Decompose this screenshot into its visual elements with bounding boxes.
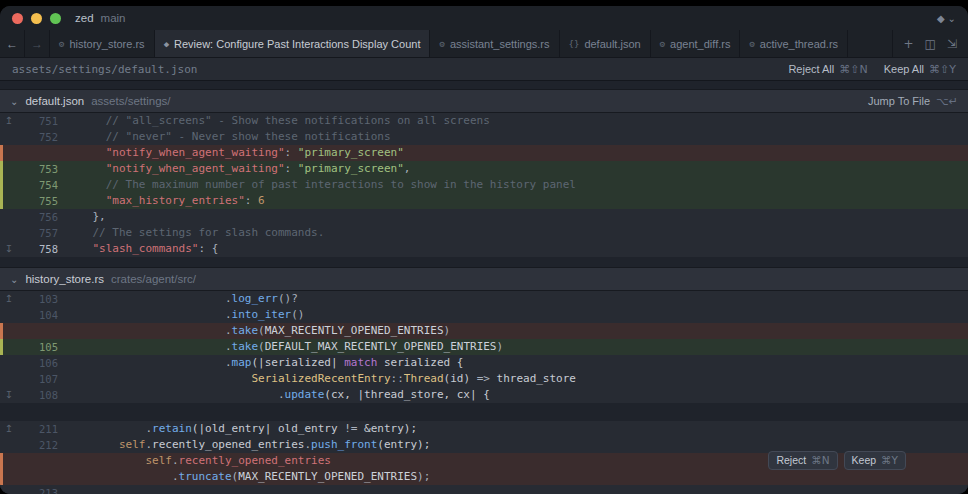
new-tab-icon[interactable]: + <box>904 37 914 51</box>
line-gutter: ↥751 <box>0 113 58 129</box>
rust-file-icon: ⚙ <box>439 39 444 49</box>
diff-strip <box>0 371 3 387</box>
line-gutter: ↧108 <box>0 387 58 403</box>
code-line: 104 .into_iter() <box>0 307 968 323</box>
diff-strip <box>0 437 3 453</box>
chevron-down-icon: ⌄ <box>948 13 956 24</box>
line-number: 754 <box>18 177 58 193</box>
diff-strip <box>0 161 3 177</box>
diff-strip <box>0 453 3 469</box>
diff-strip <box>0 209 3 225</box>
code-text: self.recently_opened_entries <box>58 453 331 469</box>
code-line: "notify_when_agent_waiting": "primary_sc… <box>0 145 968 161</box>
editor-tab[interactable]: ◆Review: Configure Past Interactions Dis… <box>155 30 431 57</box>
code-line: 756 }, <box>0 209 968 225</box>
keybinding: ⌘Y <box>881 454 898 467</box>
zoom-window-button[interactable] <box>50 13 61 24</box>
line-gutter: 753 <box>0 161 58 177</box>
editor-tab[interactable]: {}default.json <box>560 30 651 57</box>
excerpt-file-name: history_store.rs <box>25 273 104 285</box>
line-gutter <box>0 469 58 485</box>
navigate-back-button[interactable]: ← <box>0 30 25 57</box>
breadcrumb[interactable]: assets/settings/default.json <box>12 63 197 76</box>
code-line: 106 .map(|serialized| match serialized { <box>0 355 968 371</box>
editor-tab[interactable]: ⚙assistant_settings.rs <box>430 30 559 57</box>
code-text: "notify_when_agent_waiting": "primary_sc… <box>58 161 410 177</box>
line-number: 105 <box>18 339 58 355</box>
split-pane-icon[interactable]: ◫ <box>925 37 936 51</box>
line-gutter: 212 <box>0 437 58 453</box>
code-line: ↧758 "slash_commands": { <box>0 241 968 257</box>
code-text: "notify_when_agent_waiting": "primary_sc… <box>58 145 404 161</box>
window-controls <box>12 13 61 24</box>
code-text: // The maximum number of past interactio… <box>58 177 576 193</box>
code-text: // "all_screens" - Show these notificati… <box>58 113 490 129</box>
keep-hunk-button[interactable]: Keep⌘Y <box>844 451 906 470</box>
forward-arrow-icon: → <box>31 37 43 51</box>
code-text: // "never" - Never show these notificati… <box>58 129 391 145</box>
line-gutter <box>0 145 58 161</box>
line-number: 104 <box>18 307 58 323</box>
editor-toolbar: assets/settings/default.json Reject All … <box>0 58 968 81</box>
code-line: self.recently_opened_entriesReject⌘NKeep… <box>0 453 968 469</box>
excerpt-gap <box>0 403 968 421</box>
line-gutter: 754 <box>0 177 58 193</box>
editor-tab[interactable]: ⚙agent_diff.rs <box>651 30 741 57</box>
code-text: .take(DEFAULT_MAX_RECENTLY_OPENED_ENTRIE… <box>58 339 503 355</box>
diff-strip <box>0 225 3 241</box>
line-number: 757 <box>18 225 58 241</box>
keep-all-button[interactable]: Keep All ⌘⇧Y <box>884 63 956 76</box>
diff-strip <box>0 129 3 145</box>
line-number: 753 <box>18 161 58 177</box>
excerpt-header[interactable]: ⌄default.jsonassets/settings/Jump To Fil… <box>0 89 968 113</box>
chevron-down-icon: ⌄ <box>10 96 18 107</box>
line-number: 752 <box>18 129 58 145</box>
branch-name: main <box>101 12 126 24</box>
reject-all-button[interactable]: Reject All ⌘⇧N <box>788 63 867 76</box>
code-text: .log_err()? <box>58 291 298 307</box>
reject-hunk-button[interactable]: Reject⌘N <box>768 451 837 470</box>
tab-label: agent_diff.rs <box>670 38 730 50</box>
assistant-menu-button[interactable]: ◆ ⌄ <box>937 13 956 24</box>
line-number: 751 <box>18 113 58 129</box>
code-line: 754 // The maximum number of past intera… <box>0 177 968 193</box>
excerpt-file-path: crates/agent/src/ <box>111 273 196 285</box>
excerpt-block: ⌄history_store.rscrates/agent/src/↥103 .… <box>0 267 968 494</box>
editor-tab[interactable]: ⚙active_thread.rs <box>740 30 848 57</box>
tab-label: default.json <box>584 38 640 50</box>
zed-window: zedmain ◆ ⌄ ← → ⚙history_store.rs◆Review… <box>0 6 968 494</box>
navigate-forward-button[interactable]: → <box>25 30 50 57</box>
maximize-pane-icon[interactable]: ⇲ <box>947 37 957 51</box>
editor-tab[interactable]: ⚙history_store.rs <box>50 30 155 57</box>
line-gutter: ↧758 <box>0 241 58 257</box>
window-title: zedmain <box>75 12 125 24</box>
keybinding: ⌘⇧Y <box>929 63 956 76</box>
code-text: self.recently_opened_entries.push_front(… <box>58 437 430 453</box>
tab-label: assistant_settings.rs <box>450 38 550 50</box>
line-gutter: 213 <box>0 485 58 494</box>
code-line: .truncate(MAX_RECENTLY_OPENED_ENTRIES); <box>0 469 968 485</box>
line-gutter: 104 <box>0 307 58 323</box>
code-line: ↥751 // "all_screens" - Show these notif… <box>0 113 968 129</box>
sparkle-icon: ◆ <box>937 13 945 24</box>
button-label: Reject <box>776 454 806 467</box>
diff-strip <box>0 193 3 209</box>
tab-label: history_store.rs <box>69 38 144 50</box>
diff-strip <box>0 355 3 371</box>
minimize-window-button[interactable] <box>31 13 42 24</box>
line-number: 108 <box>18 387 58 403</box>
excerpt-header[interactable]: ⌄history_store.rscrates/agent/src/ <box>0 267 968 291</box>
diff-strip <box>0 485 3 494</box>
excerpt-file-name: default.json <box>25 95 84 107</box>
code-line: ↥103 .log_err()? <box>0 291 968 307</box>
close-window-button[interactable] <box>12 13 23 24</box>
rust-file-icon: ⚙ <box>59 39 64 49</box>
line-number: 106 <box>18 355 58 371</box>
tab-label: active_thread.rs <box>760 38 838 50</box>
line-number: 758 <box>18 241 58 257</box>
diff-strip <box>0 339 3 355</box>
button-label: Keep <box>852 454 877 467</box>
code-text: .truncate(MAX_RECENTLY_OPENED_ENTRIES); <box>58 469 430 485</box>
chevron-down-icon: ⌄ <box>10 274 18 285</box>
jump-to-file-button[interactable]: Jump To File⌥↵ <box>868 95 958 108</box>
